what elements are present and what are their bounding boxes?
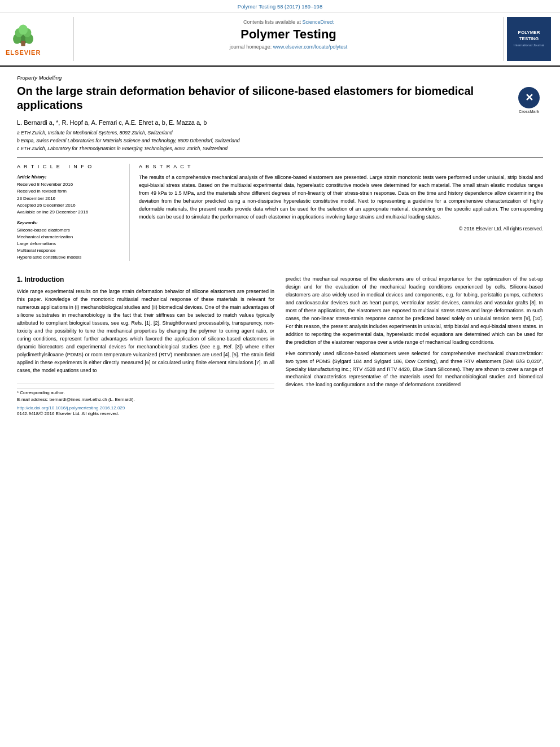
elsevier-brand: ELSEVIER: [6, 49, 41, 56]
svg-rect-7: [21, 41, 25, 46]
abstract-column: A B S T R A C T The results of a compreh…: [139, 164, 543, 261]
elsevier-tree-icon: [6, 23, 40, 48]
email-footnote: E-mail address: bernardi@imes.mavt.ethz.…: [17, 396, 274, 403]
affiliation-c: c ETH Zurich, Laboratory for Thermodynam…: [17, 145, 543, 152]
sciencedirect-link[interactable]: ScienceDirect: [303, 19, 334, 25]
affiliation-b: b Empa, Swiss Federal Laboratories for M…: [17, 137, 543, 145]
badge-line1: POLYMER: [518, 30, 540, 36]
article-body: Property Modelling On the large strain d…: [0, 67, 560, 267]
abstract-header: A B S T R A C T: [139, 164, 543, 169]
journal-header-center: Contents lists available at ScienceDirec…: [73, 17, 504, 61]
article-info-header: A R T I C L E I N F O: [17, 164, 123, 169]
main-content: 1. Introduction Wide range experimental …: [0, 267, 560, 421]
footnote-divider: [17, 388, 274, 388]
received-revised-date: 23 December 2016: [17, 195, 123, 202]
page: Polymer Testing 58 (2017) 189–198 ELS: [0, 0, 560, 422]
accepted-date: Accepted 26 December 2016: [17, 202, 123, 208]
journal-name: Polymer Testing: [80, 27, 497, 42]
polymer-testing-badge: POLYMER TESTING International Journal: [507, 17, 551, 61]
section-label: Property Modelling: [17, 75, 543, 81]
article-info-abstract: A R T I C L E I N F O Article history: R…: [17, 158, 543, 261]
badge-line2: TESTING: [519, 36, 539, 42]
homepage-link[interactable]: www.elsevier.com/locate/polytest: [273, 44, 348, 50]
journal-homepage: journal homepage: www.elsevier.com/locat…: [80, 44, 497, 50]
footnote-area: * Corresponding author. E-mail address: …: [17, 383, 274, 416]
journal-header: ELSEVIER Contents lists available at Sci…: [0, 12, 560, 67]
intro-col-right: predict the mechanical response of the e…: [286, 276, 543, 416]
keyword-5: Hyperelastic constitutive models: [17, 254, 123, 261]
received-revised-label: Received in revised form: [17, 188, 123, 194]
intro-paragraph-1: Wide range experimental results on the l…: [17, 288, 274, 374]
abstract-text: The results of a comprehensive mechanica…: [139, 174, 543, 221]
journal-header-right: POLYMER TESTING International Journal: [504, 17, 554, 61]
crossmark-label: CrossMark: [519, 110, 539, 115]
affiliations: a ETH Zurich, Institute for Mechanical S…: [17, 129, 543, 152]
journal-header-left: ELSEVIER: [6, 17, 73, 61]
svg-point-6: [19, 24, 28, 34]
keyword-3: Large deformations: [17, 241, 123, 247]
keywords-label: Keywords:: [17, 220, 123, 225]
history-label: Article history:: [17, 174, 123, 180]
intro-paragraph-3: Five commonly used silicone-based elasto…: [286, 350, 543, 390]
keyword-1: Silicone-based elastomers: [17, 227, 123, 234]
crossmark-icon: ✕: [525, 93, 533, 103]
journal-citation[interactable]: Polymer Testing 58 (2017) 189–198: [238, 3, 322, 10]
copyright: © 2016 Elsevier Ltd. All rights reserved…: [139, 226, 543, 231]
intro-col-left: 1. Introduction Wide range experimental …: [17, 276, 274, 416]
contents-line: Contents lists available at ScienceDirec…: [80, 19, 497, 25]
doi-link[interactable]: http://dx.doi.org/10.1016/j.polymertesti…: [17, 405, 274, 410]
affiliation-a: a ETH Zurich, Institute for Mechanical S…: [17, 129, 543, 137]
issn-line: 0142-9418/© 2016 Elsevier Ltd. All right…: [17, 411, 274, 416]
badge-subtitle: International Journal: [514, 43, 544, 48]
keyword-2: Mechanical characterization: [17, 234, 123, 241]
article-info-column: A R T I C L E I N F O Article history: R…: [17, 164, 130, 261]
received-date: Received 8 November 2016: [17, 181, 123, 187]
crossmark: ✕ CrossMark: [515, 86, 543, 115]
keyword-4: Multiaxial response: [17, 247, 123, 254]
intro-paragraph-2: predict the mechanical response of the e…: [286, 276, 543, 346]
elsevier-logo: ELSEVIER: [6, 23, 41, 56]
available-date: Available online 29 December 2016: [17, 209, 123, 215]
top-bar: Polymer Testing 58 (2017) 189–198: [0, 0, 560, 12]
intro-section-title: 1. Introduction: [17, 276, 274, 283]
corresponding-footnote: * Corresponding author.: [17, 390, 274, 396]
article-title: On the large strain deformation behavior…: [17, 84, 543, 112]
authors: L. Bernardi a, *, R. Hopf a, A. Ferrari …: [17, 119, 543, 126]
